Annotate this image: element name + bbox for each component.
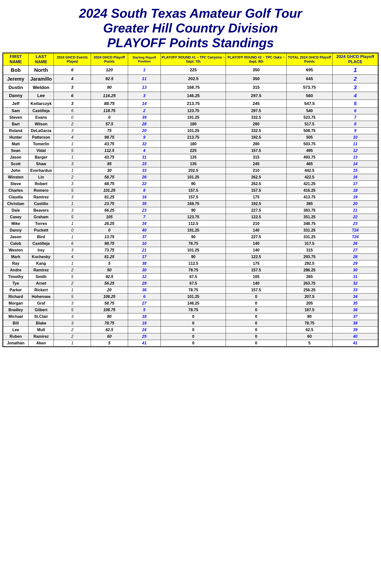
cell-round1: 168.75 xyxy=(161,83,226,92)
cell-total: 315 xyxy=(286,247,333,254)
cell-start-pos: 12 xyxy=(128,273,161,280)
cell-total: 80 xyxy=(286,314,333,320)
header-last-name: LAST NAME xyxy=(28,53,54,66)
cell-round1: 78.75 xyxy=(161,307,226,314)
cell-events: 4 xyxy=(54,75,91,83)
cell-start-pos: 26 xyxy=(128,174,161,181)
table-row: SamCastilleja6118.752123.75297.55406 xyxy=(3,108,378,114)
cell-first-name: Michael xyxy=(3,314,28,320)
cell-total: 523.75 xyxy=(286,114,333,121)
cell-place: 30 xyxy=(333,267,378,273)
cell-first-name: Bill xyxy=(3,320,28,327)
title-line3: PLAYOFF Points Standings xyxy=(5,36,376,50)
cell-total: 385 xyxy=(286,201,333,207)
cell-round2: 0 xyxy=(226,320,286,327)
cell-last-name: Arnet xyxy=(28,280,54,287)
cell-round1: 123.75 xyxy=(161,214,226,220)
cell-total: 187.5 xyxy=(286,307,333,314)
cell-round2: 332.5 xyxy=(226,114,286,121)
cell-total: 256.25 xyxy=(286,287,333,294)
cell-round1: 112.5 xyxy=(161,260,226,267)
cell-total: 205 xyxy=(286,300,333,307)
cell-round2: 350 xyxy=(226,75,286,83)
cell-start-pos: 14 xyxy=(128,100,161,108)
cell-round2: 210 xyxy=(226,220,286,227)
cell-points: 50 xyxy=(91,267,128,273)
cell-first-name: Parker xyxy=(3,287,28,294)
cell-last-name: Weldon xyxy=(28,83,54,92)
cell-round1: 90 xyxy=(161,254,226,260)
cell-first-name: Tye xyxy=(3,280,28,287)
cell-last-name: Romero xyxy=(28,187,54,194)
cell-events: 1 xyxy=(54,234,91,240)
cell-last-name: St.Clair xyxy=(28,314,54,320)
cell-round2: 297.5 xyxy=(226,108,286,114)
cell-points: 85 xyxy=(91,161,128,168)
cell-round2: 192.5 xyxy=(226,134,286,141)
cell-events: 1 xyxy=(54,154,91,161)
cell-total: 5 xyxy=(286,340,333,347)
cell-total: 422.5 xyxy=(286,174,333,181)
table-row: AndreRamirez2503078.75157.5286.2530 xyxy=(3,267,378,273)
cell-points: 0 xyxy=(91,114,128,121)
cell-points: 20 xyxy=(91,287,128,294)
cell-events: 3 xyxy=(54,181,91,187)
table-row: WestonIrey373.7521101.2514031527 xyxy=(3,247,378,254)
table-row: MichaelSt.Clair38018008037 xyxy=(3,314,378,320)
table-row: BobNorth612012253506951 xyxy=(3,66,378,75)
cell-start-pos: 25 xyxy=(128,333,161,340)
cell-first-name: Ray xyxy=(3,260,28,267)
cell-place: T24 xyxy=(333,227,378,234)
cell-start-pos: 3 xyxy=(128,92,161,100)
cell-round2: 122.5 xyxy=(226,214,286,220)
cell-events: 6 xyxy=(54,108,91,114)
cell-first-name: Mark xyxy=(3,254,28,260)
cell-events: 2 xyxy=(54,327,91,333)
cell-round1: 0 xyxy=(161,314,226,320)
header-first-name: FIRST NAME xyxy=(3,53,28,66)
cell-last-name: Wilson xyxy=(28,121,54,127)
cell-last-name: DeLaGarza xyxy=(28,127,54,134)
cell-points: 90 xyxy=(91,83,128,92)
cell-points: 120 xyxy=(91,66,128,75)
cell-points: 58.75 xyxy=(91,300,128,307)
cell-points: 92.5 xyxy=(91,273,128,280)
cell-round1: 90 xyxy=(161,207,226,214)
table-row: RayKang1538112.5175292.529 xyxy=(3,260,378,267)
table-row: JohnEverhardus13033202.5210442.515 xyxy=(3,168,378,174)
cell-last-name: Tomerlin xyxy=(28,141,54,147)
cell-start-pos: 27 xyxy=(128,300,161,307)
cell-place: 39 xyxy=(333,327,378,333)
cell-last-name: Bird xyxy=(28,234,54,240)
cell-total: 60 xyxy=(286,333,333,340)
cell-place: 3 xyxy=(333,83,378,92)
cell-start-pos: 4 xyxy=(128,147,161,154)
cell-round1: 101.25 xyxy=(161,247,226,254)
cell-points: 98.75 xyxy=(91,240,128,247)
table-row: MattTomerlin143.7532180280503.7511 xyxy=(3,141,378,147)
cell-points: 58.75 xyxy=(91,174,128,181)
table-row: DannyLee6116.253146.25297.55604 xyxy=(3,92,378,100)
cell-total: 421.25 xyxy=(286,181,333,187)
cell-start-pos: 38 xyxy=(128,260,161,267)
cell-round1: 213.75 xyxy=(161,100,226,108)
cell-round2: 157.5 xyxy=(226,147,286,154)
page: 2024 South Texas Amateur Golf Tour Great… xyxy=(0,0,381,350)
cell-place: 34 xyxy=(333,294,378,300)
cell-events: 2 xyxy=(54,280,91,287)
cell-start-pos: 21 xyxy=(128,247,161,254)
cell-points: 78.75 xyxy=(91,320,128,327)
cell-place: 5 xyxy=(333,100,378,108)
cell-last-name: Kuchesky xyxy=(28,254,54,260)
cell-events: 6 xyxy=(54,66,91,75)
cell-round1: 90 xyxy=(161,181,226,187)
cell-first-name: Calob xyxy=(3,240,28,247)
table-row: BillBlake378.75190078.7538 xyxy=(3,320,378,327)
cell-round2: 315 xyxy=(226,154,286,161)
cell-place: 28 xyxy=(333,254,378,260)
cell-place: 38 xyxy=(333,320,378,327)
cell-round1: 135 xyxy=(161,154,226,161)
table-row: SeanVidal5112.54225157.549512 xyxy=(3,147,378,154)
cell-round2: 175 xyxy=(226,260,286,267)
cell-first-name: Jason xyxy=(3,234,28,240)
